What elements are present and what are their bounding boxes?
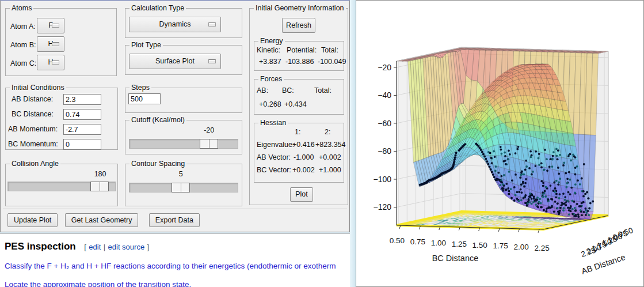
initial-conditions-label: Initial Conditions [10, 84, 66, 92]
cutoff-slider[interactable] [129, 139, 238, 149]
screen: Atoms Atom A: F Atom B: H Atom C: H Calc… [0, 0, 644, 287]
initial-conditions-group: Initial Conditions AB Distance: BC Dista… [5, 88, 118, 150]
bc-distance-input[interactable] [63, 109, 101, 120]
bc-vector-label: BC Vector: [257, 166, 291, 174]
hessian-col1-label: 1: [295, 128, 300, 136]
forces-total-label: Total: [314, 86, 331, 95]
contour-spacing-slider-handle[interactable] [172, 183, 190, 192]
edit-separator: | [104, 243, 105, 251]
forces-ab-label: AB: [257, 86, 268, 95]
ab-vector-2: +0.002 [319, 153, 341, 161]
forces-bc-label: BC: [282, 86, 294, 95]
collision-angle-label: Collision Angle [10, 160, 60, 168]
svg-text:BC Distance: BC Distance [432, 254, 479, 263]
energy-label: Energy [258, 37, 285, 45]
svg-text:−20: −20 [378, 63, 391, 72]
dropdown-indicator-icon [208, 59, 216, 63]
hessian-label: Hessian [258, 119, 288, 127]
collision-angle-slider-handle[interactable] [90, 182, 109, 191]
get-last-geometry-button[interactable]: Get Last Geometry [65, 213, 139, 227]
svg-text:0.50: 0.50 [390, 236, 405, 245]
wiki-heading: PES inspection [5, 241, 76, 252]
bc-momentum-input[interactable] [63, 139, 101, 150]
calculation-type-dropdown[interactable]: Dynamics [129, 17, 221, 32]
contour-spacing-value: 5 [179, 170, 183, 178]
forces-bc-value: +0.434 [284, 100, 307, 108]
eigenvalue-2: +823.354 [315, 141, 345, 149]
forces-ab-value: +0.268 [259, 100, 281, 108]
window-gap [350, 0, 356, 287]
bc-momentum-label: BC Momentum: [8, 140, 58, 148]
svg-text:1.75: 1.75 [493, 241, 508, 250]
wiki-task-line-2: Locate the approximate position of the t… [5, 280, 191, 287]
collision-angle-slider[interactable] [7, 182, 116, 191]
bc-distance-label: BC Distance: [12, 110, 54, 118]
refresh-button[interactable]: Refresh [282, 18, 315, 33]
steps-input[interactable] [128, 93, 161, 104]
plot-type-value: Surface Plot [155, 57, 195, 65]
atoms-group-label: Atoms [10, 4, 33, 12]
hessian-group: Hessian 1: 2: Eigenvalue: +0.416 +823.35… [254, 123, 344, 183]
svg-text:1.25: 1.25 [452, 240, 467, 248]
svg-text:2.25: 2.25 [534, 244, 549, 252]
svg-text:0.75: 0.75 [410, 237, 425, 246]
atoms-group: Atoms Atom A: F Atom B: H Atom C: H [5, 8, 117, 76]
initial-geometry-group: Initial Geometry Information Refresh Ene… [249, 8, 348, 205]
cutoff-slider-handle[interactable] [200, 139, 218, 149]
ab-momentum-input[interactable] [63, 124, 101, 135]
eigenvalue-1: +0.416 [292, 141, 315, 149]
cutoff-group: Cutoff (Kcal/mol) -20 [125, 120, 242, 154]
atom-b-dropdown[interactable]: H [37, 36, 64, 52]
plot-type-dropdown[interactable]: Surface Plot [129, 54, 221, 69]
atom-c-label: Atom C: [10, 59, 36, 67]
edit-source-link[interactable]: edit source [108, 243, 145, 251]
dropdown-indicator-icon [52, 61, 59, 65]
potential-value: -103.886 [285, 58, 314, 66]
atom-a-dropdown[interactable]: F [37, 18, 64, 33]
pes-3d-surface-plot: −20−40−60−80−100−1200.500.751.001.251.50… [356, 1, 643, 286]
dropdown-indicator-icon [52, 42, 59, 46]
svg-text:1.50: 1.50 [472, 241, 487, 250]
ab-distance-label: AB Distance: [12, 95, 53, 103]
svg-text:2.00: 2.00 [514, 243, 529, 251]
plot-type-label: Plot Type [129, 41, 163, 49]
ab-distance-input[interactable] [63, 94, 101, 105]
cutoff-value: -20 [204, 126, 214, 134]
atom-b-label: Atom B: [10, 41, 36, 49]
bc-vector-2: +1.000 [319, 166, 341, 174]
total-value: -100.049 [318, 58, 346, 66]
svg-text:−40: −40 [378, 90, 391, 100]
wiki-task-line-1: Classify the F + H₂ and H + HF reactions… [5, 262, 336, 270]
svg-text:−60: −60 [378, 119, 391, 128]
wiki-page-section: PES inspection [ edit | edit source ] Cl… [0, 233, 350, 287]
dropdown-indicator-icon [208, 22, 216, 27]
hessian-col2-label: 2: [325, 128, 330, 136]
dropdown-indicator-icon [52, 24, 59, 28]
energy-group: Energy Kinetic: Potential: Total: +3.837… [254, 41, 344, 71]
kinetic-label: Kinetic: [257, 46, 280, 54]
plot-type-group: Plot Type Surface Plot [125, 45, 242, 75]
svg-text:−120: −120 [373, 202, 391, 212]
atom-a-label: Atom A: [10, 22, 36, 31]
plot-button[interactable]: Plot [290, 187, 313, 202]
update-plot-button[interactable]: Update Plot [7, 213, 58, 227]
footer-button-bar: Update Plot Get Last Geometry Export Dat… [3, 209, 347, 231]
svg-text:1.00: 1.00 [431, 239, 446, 247]
contour-spacing-slider[interactable] [129, 183, 238, 192]
export-data-button[interactable]: Export Data [149, 213, 200, 227]
cutoff-label: Cutoff (Kcal/mol) [129, 116, 186, 124]
calculation-type-group: Calculation Type Dynamics [125, 8, 242, 38]
edit-link[interactable]: edit [89, 243, 101, 251]
edit-bracket-close: ] [147, 243, 150, 251]
potential-label: Potential: [287, 46, 317, 54]
contour-spacing-label: Contour Spacing [129, 160, 186, 168]
ab-vector-1: -1.000 [294, 153, 314, 161]
svg-text:−80: −80 [378, 146, 391, 156]
atom-c-dropdown[interactable]: H [37, 55, 64, 70]
forces-group: Forces AB: BC: Total: +0.268 +0.434 [254, 79, 344, 115]
collision-angle-value: 180 [94, 170, 106, 178]
pes-app-window: Atoms Atom A: F Atom B: H Atom C: H Calc… [0, 0, 350, 232]
total-label: Total: [321, 46, 338, 54]
calculation-type-value: Dynamics [159, 20, 191, 28]
forces-label: Forces [258, 75, 284, 83]
